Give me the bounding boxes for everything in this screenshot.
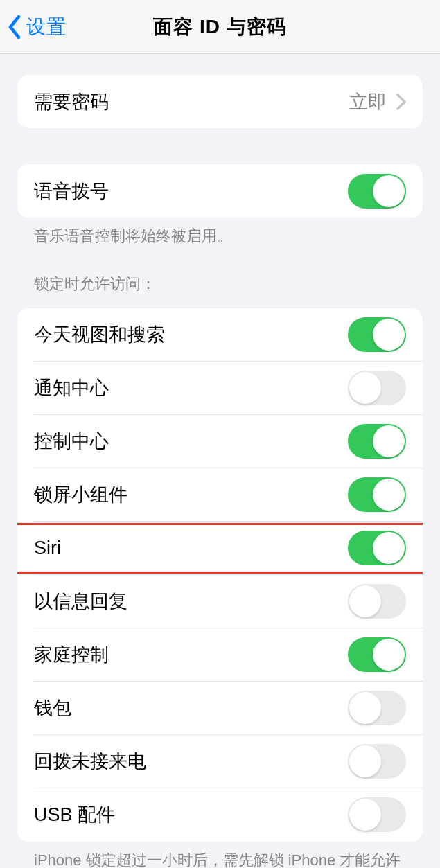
row-label: 锁屏小组件 (34, 482, 348, 507)
list-item: 锁屏小组件 (17, 468, 423, 522)
require-passcode-group: 需要密码 立即 (17, 75, 423, 128)
list-item: Siri (17, 522, 423, 575)
toggle-knob (373, 175, 405, 207)
toggle-knob (373, 479, 405, 511)
row-value: 立即 (349, 89, 387, 114)
row-label: 回拨未接来电 (34, 749, 348, 774)
row-label: 通知中心 (34, 375, 348, 400)
list-item: 今天视图和搜索 (17, 308, 423, 362)
require-passcode-row[interactable]: 需要密码 立即 (17, 75, 423, 128)
toggle-knob (373, 532, 405, 564)
voice-dial-footer: 音乐语音控制将始终被启用。 (17, 218, 423, 247)
toggle[interactable] (348, 371, 406, 405)
toggle[interactable] (348, 424, 406, 459)
toggle-knob (349, 372, 381, 404)
usb-footer: iPhone 锁定超过一小时后，需先解锁 iPhone 才能允许 USB 配件连… (17, 842, 423, 868)
toggle-knob (349, 799, 381, 831)
toggle[interactable] (348, 637, 406, 672)
back-label: 设置 (26, 14, 67, 40)
toggle-knob (373, 425, 405, 457)
voice-dial-row: 语音拨号 (17, 164, 423, 218)
row-label: 家庭控制 (34, 642, 348, 667)
toggle[interactable] (348, 744, 406, 779)
row-label: 今天视图和搜索 (34, 322, 348, 347)
back-button[interactable]: 设置 (0, 14, 67, 40)
row-label: USB 配件 (34, 802, 348, 827)
list-item: USB 配件 (17, 788, 423, 842)
voice-dial-group: 语音拨号 (17, 164, 423, 218)
toggle[interactable] (348, 584, 406, 619)
row-label: 钱包 (34, 696, 348, 720)
list-item: 回拨未接来电 (17, 735, 423, 788)
toggle[interactable] (348, 797, 406, 832)
row-label: 控制中心 (34, 429, 348, 454)
row-label: Siri (34, 538, 348, 559)
toggle[interactable] (348, 317, 406, 352)
list-item: 控制中心 (17, 415, 423, 468)
list-item: 家庭控制 (17, 628, 423, 682)
voice-dial-toggle[interactable] (348, 174, 406, 209)
toggle[interactable] (348, 531, 406, 565)
toggle-knob (349, 745, 381, 777)
toggle-knob (349, 585, 381, 617)
chevron-left-icon (7, 15, 22, 39)
list-item: 通知中心 (17, 362, 423, 415)
chevron-right-icon (396, 94, 406, 110)
nav-title: 面容 ID 与密码 (153, 14, 287, 40)
list-item: 以信息回复 (17, 575, 423, 628)
row-label: 以信息回复 (34, 589, 348, 614)
lock-access-header: 锁定时允许访问： (17, 274, 423, 301)
toggle[interactable] (348, 691, 406, 725)
nav-bar: 设置 面容 ID 与密码 (0, 0, 440, 54)
toggle-knob (349, 692, 381, 724)
row-label: 需要密码 (34, 89, 349, 114)
toggle[interactable] (348, 477, 406, 512)
lock-access-group: 今天视图和搜索通知中心控制中心锁屏小组件Siri以信息回复家庭控制钱包回拨未接来… (17, 308, 423, 842)
toggle-knob (373, 639, 405, 671)
toggle-knob (373, 319, 405, 351)
row-label: 语音拨号 (34, 179, 348, 204)
list-item: 钱包 (17, 682, 423, 735)
